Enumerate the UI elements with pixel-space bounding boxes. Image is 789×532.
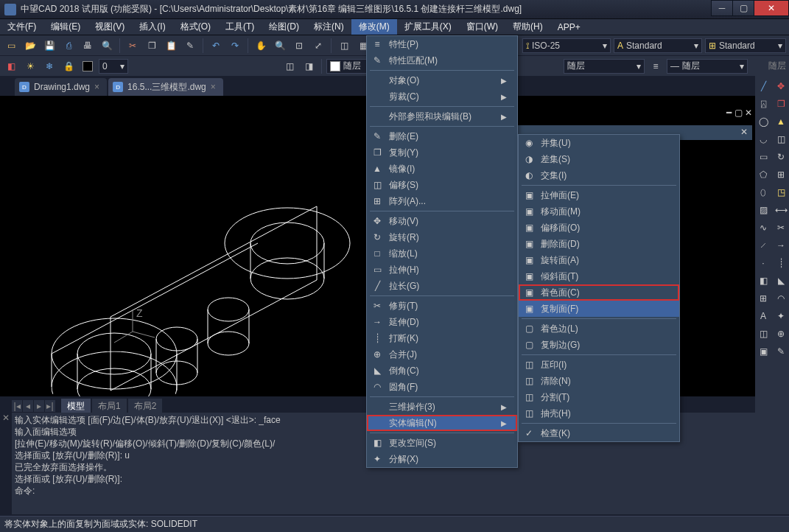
region-icon[interactable]: ◧	[755, 273, 771, 289]
stretch-icon[interactable]: ⟷	[773, 202, 789, 218]
menu-12[interactable]: APP+	[550, 19, 588, 35]
doc-tab-1[interactable]: D16.5...三维模型.dwg×	[108, 78, 223, 96]
menu-item[interactable]: ◉并集(U)	[519, 135, 679, 151]
menu-item[interactable]: ◣倒角(C)	[367, 363, 517, 379]
menu-item[interactable]: ↻旋转(R)	[367, 229, 517, 245]
redo-icon[interactable]: ↷	[227, 38, 243, 54]
save-icon[interactable]: 💾	[41, 38, 57, 54]
menu-item[interactable]: ✂修剪(T)	[367, 298, 517, 314]
preview-icon[interactable]: 🔍	[99, 38, 115, 54]
break-icon[interactable]: ┊	[773, 255, 789, 271]
ltype-icon[interactable]: ≡	[648, 58, 664, 74]
minimize-button[interactable]: ─	[711, 0, 733, 16]
print-icon[interactable]: 🖶	[80, 38, 96, 54]
layerlock-icon[interactable]: 🔒	[60, 58, 77, 74]
fillet-icon[interactable]: ◠	[773, 290, 789, 307]
menu-item[interactable]: ▣复制面(F)	[519, 301, 679, 317]
menu-item[interactable]: ✥移动(V)	[367, 213, 517, 229]
layercolor-icon[interactable]	[80, 58, 96, 74]
layerstate-icon[interactable]: ◫	[281, 58, 298, 74]
ellipse-icon[interactable]: ⬯	[755, 184, 771, 200]
menu-1[interactable]: 编辑(E)	[43, 19, 88, 35]
menu-0[interactable]: 文件(F)	[0, 19, 43, 35]
menu-item[interactable]: ▣偏移面(O)	[519, 220, 679, 236]
menu-item[interactable]: ▣旋转面(A)	[519, 252, 679, 268]
pline-icon[interactable]: ⍓	[755, 96, 771, 112]
scale-icon[interactable]: ◳	[773, 184, 789, 200]
menu-item[interactable]: ◫清除(N)	[519, 373, 679, 389]
menu-item[interactable]: ≡特性(P)	[367, 36, 517, 52]
menu-item[interactable]: 三维操作(3)▶	[367, 399, 517, 415]
menu-item[interactable]: ▣倾斜面(T)	[519, 268, 679, 284]
menu-item[interactable]: 外部参照和块编辑(B)▶	[367, 108, 517, 125]
tab-close-icon[interactable]: ×	[211, 82, 216, 92]
layerprev-icon[interactable]: ◨	[301, 58, 317, 74]
saveall-icon[interactable]: ⎙	[60, 38, 77, 54]
menu-item[interactable]: ▣着色面(C)	[519, 284, 679, 301]
doc-tab-0[interactable]: DDrawing1.dwg×	[15, 78, 107, 96]
point-icon[interactable]: ·	[755, 255, 771, 271]
xline-icon[interactable]: ⟋	[755, 237, 771, 253]
menu-6[interactable]: 绘图(D)	[262, 19, 306, 35]
cut-icon[interactable]: ✂	[125, 38, 141, 54]
panel-close-icon[interactable]: ✕	[740, 127, 748, 137]
menu-item[interactable]: 实体编辑(N)▶	[367, 415, 517, 431]
offset-icon[interactable]: ◫	[773, 131, 789, 147]
new-icon[interactable]: ▭	[3, 38, 19, 54]
copy-icon[interactable]: ❐	[144, 38, 160, 54]
pan-icon[interactable]: ✋	[253, 38, 269, 54]
menu-item[interactable]: ◫偏移(S)	[367, 177, 517, 193]
matchprop-icon[interactable]: ✎	[182, 38, 198, 54]
dimstyle-dropdown[interactable]: ⟟ISO-25▾	[522, 38, 611, 53]
panel-window-controls[interactable]: ━ ▢ ✕	[726, 108, 752, 118]
paste-icon[interactable]: 📋	[163, 38, 179, 54]
menu-2[interactable]: 视图(V)	[88, 19, 132, 35]
menu-item[interactable]: ▲镜像(I)	[367, 161, 517, 177]
array-icon[interactable]: ⊞	[773, 167, 789, 183]
menu-item[interactable]: ❐复制(Y)	[367, 144, 517, 161]
menu-item[interactable]: ◧更改空间(S)	[367, 435, 517, 451]
extend-icon[interactable]: →	[773, 237, 789, 253]
menu-item[interactable]: ╱拉长(G)	[367, 278, 517, 294]
layer-icon[interactable]: ◧	[3, 58, 19, 74]
menu-item[interactable]: ◫压印(I)	[519, 357, 679, 373]
tab-close-icon[interactable]: ×	[94, 82, 99, 92]
block-icon[interactable]: ◫	[755, 326, 771, 342]
ltype-dropdown[interactable]: — 随层▾	[667, 59, 748, 74]
menu-item[interactable]: →延伸(D)	[367, 314, 517, 330]
menu-item[interactable]: ◫分割(T)	[519, 389, 679, 405]
menu-item[interactable]: ▢复制边(G)	[519, 337, 679, 353]
maximize-button[interactable]: ▢	[732, 0, 754, 16]
tablestyle-dropdown[interactable]: ⊞Standard▾	[705, 38, 786, 53]
layer-dropdown[interactable]: 随层▾	[564, 59, 645, 74]
menu-8[interactable]: 修改(M)	[351, 19, 397, 35]
chamfer-icon[interactable]: ◣	[773, 273, 789, 289]
menu-item[interactable]: ✎删除(E)	[367, 128, 517, 144]
rotate-icon[interactable]: ↻	[773, 149, 789, 165]
menu-item[interactable]: ✓检查(K)	[519, 425, 679, 441]
trim-icon[interactable]: ✂	[773, 220, 789, 236]
menu-3[interactable]: 插入(I)	[132, 19, 172, 35]
hatch-icon[interactable]: ▨	[755, 202, 771, 218]
copy2-icon[interactable]: ❐	[773, 96, 789, 112]
layout-tab-model[interactable]: 模型	[61, 399, 91, 414]
arc-icon[interactable]: ◡	[755, 131, 771, 147]
menu-11[interactable]: 帮助(H)	[505, 19, 550, 35]
menu-item[interactable]: 对象(O)▶	[367, 72, 517, 88]
open-icon[interactable]: 📂	[22, 38, 38, 54]
menu-item[interactable]: ✦分解(X)	[367, 451, 517, 467]
menu-item[interactable]: ◑差集(S)	[519, 151, 679, 167]
close-button[interactable]: ✕	[754, 0, 789, 16]
menu-item[interactable]: ▢着色边(L)	[519, 321, 679, 337]
menu-item[interactable]: ◐交集(I)	[519, 167, 679, 183]
menu-7[interactable]: 标注(N)	[306, 19, 351, 35]
poly-icon[interactable]: ⬠	[755, 167, 771, 183]
layout-tab-1[interactable]: 布局1	[92, 399, 127, 414]
menu-item[interactable]: ⊞阵列(A)...	[367, 193, 517, 209]
menu-item[interactable]: 剪裁(C)▶	[367, 88, 517, 105]
join-icon[interactable]: ⊕	[773, 326, 789, 342]
zoomwin-icon[interactable]: ⊡	[291, 38, 307, 54]
menu-item[interactable]: ┊打断(K)	[367, 330, 517, 346]
menu-item[interactable]: ◠圆角(F)	[367, 379, 517, 395]
table-icon[interactable]: ⊞	[755, 290, 771, 307]
